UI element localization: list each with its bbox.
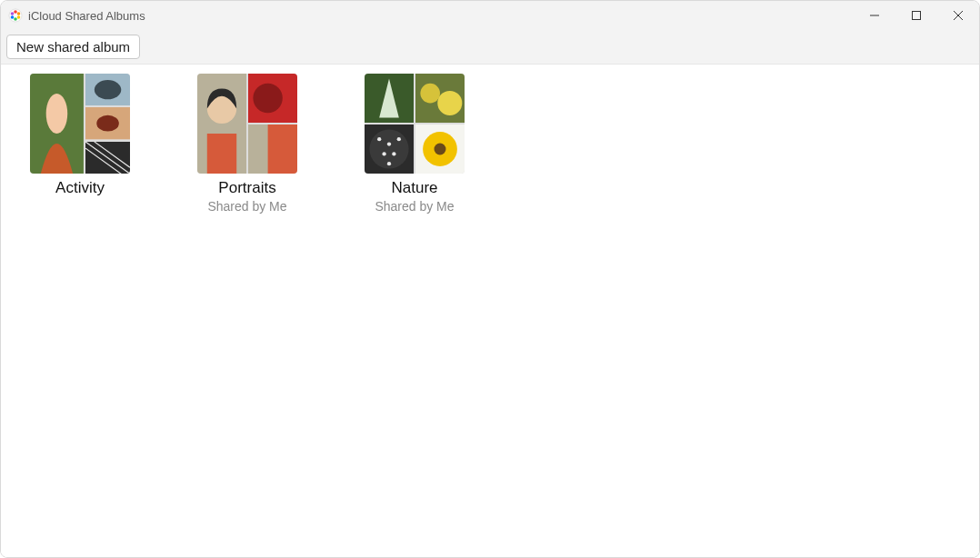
icloud-photos-icon <box>8 8 23 23</box>
svg-point-37 <box>382 152 385 155</box>
album-thumbnail <box>197 74 297 174</box>
album-title: Portraits <box>218 179 275 197</box>
new-shared-album-button[interactable]: New shared album <box>6 35 140 59</box>
svg-point-14 <box>95 80 121 99</box>
thumbnail-tile <box>365 125 414 174</box>
album-subtitle: Shared by Me <box>207 199 286 214</box>
svg-rect-23 <box>207 134 236 174</box>
svg-point-12 <box>46 94 68 134</box>
album-title: Activity <box>55 179 105 197</box>
thumbnail-tile <box>415 74 465 123</box>
svg-point-5 <box>11 15 15 19</box>
svg-point-39 <box>387 162 391 165</box>
thumbnail-tile <box>30 74 84 174</box>
minimize-icon <box>870 11 879 20</box>
svg-point-16 <box>96 115 119 132</box>
thumbnail-tile <box>365 74 414 123</box>
minimize-button[interactable] <box>854 1 895 30</box>
window-title: iCloud Shared Albums <box>28 9 854 23</box>
thumbnail-tile <box>248 74 297 123</box>
thumbnail-tile <box>197 74 246 174</box>
svg-point-3 <box>17 15 21 19</box>
window-controls <box>854 1 979 30</box>
album-item[interactable]: Nature Shared by Me <box>355 74 474 214</box>
svg-point-35 <box>387 142 391 145</box>
album-item[interactable]: Portraits Shared by Me <box>188 74 306 214</box>
svg-rect-27 <box>248 125 268 174</box>
svg-point-1 <box>14 10 17 14</box>
album-item[interactable]: Activity <box>21 74 139 197</box>
titlebar: iCloud Shared Albums <box>1 1 979 30</box>
svg-point-31 <box>437 91 462 115</box>
svg-point-36 <box>397 137 401 141</box>
app-window: iCloud Shared Albums New shared album <box>0 0 980 558</box>
toolbar: New shared album <box>1 30 979 65</box>
album-grid: Activity Portra <box>1 65 979 557</box>
close-icon <box>954 11 963 20</box>
svg-point-25 <box>253 84 282 113</box>
maximize-button[interactable] <box>895 1 937 30</box>
svg-point-2 <box>17 12 21 15</box>
album-title: Nature <box>391 179 437 197</box>
svg-point-4 <box>14 17 17 21</box>
close-button[interactable] <box>937 1 979 30</box>
thumbnail-tile <box>85 142 130 174</box>
album-thumbnail <box>30 74 130 174</box>
maximize-icon <box>912 11 921 20</box>
album-thumbnail <box>365 74 465 174</box>
thumbnail-tile <box>415 125 465 174</box>
svg-point-34 <box>377 137 381 141</box>
svg-point-30 <box>420 84 440 104</box>
svg-point-42 <box>435 144 446 155</box>
svg-point-38 <box>392 152 395 155</box>
svg-rect-8 <box>913 12 921 20</box>
svg-point-6 <box>11 12 15 15</box>
thumbnail-tile <box>85 74 130 105</box>
thumbnail-tile <box>248 125 297 174</box>
thumbnail-tile <box>85 107 130 139</box>
album-subtitle: Shared by Me <box>375 199 454 214</box>
